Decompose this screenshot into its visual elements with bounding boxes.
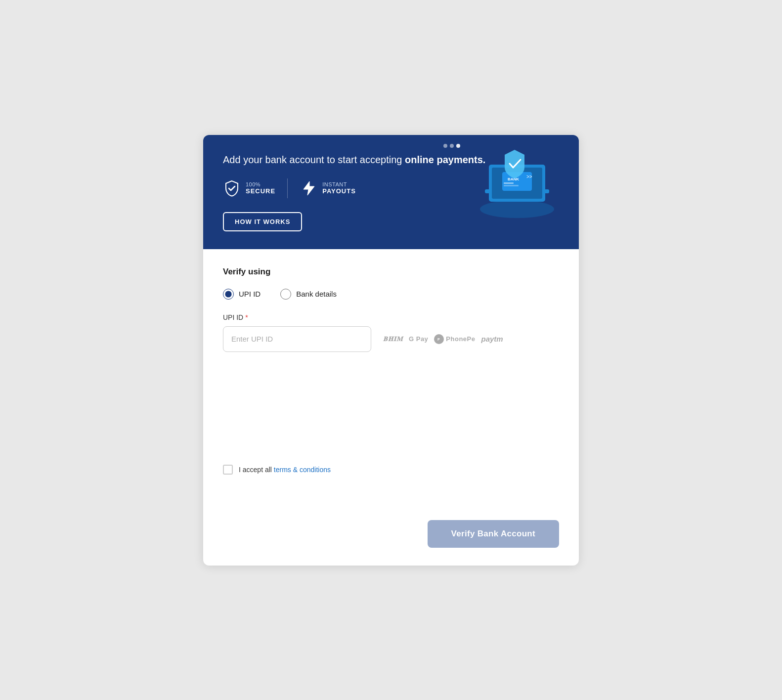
radio-option-bank[interactable]: Bank details [280, 289, 337, 300]
verify-using-label: Verify using [223, 267, 559, 277]
phonepe-text: PhonePe [446, 335, 475, 343]
upi-field-label: UPI ID * [223, 313, 559, 321]
banner-section: Add your bank account to start accepting… [203, 135, 579, 249]
dot-1 [443, 144, 447, 148]
banner-content: Add your bank account to start accepting… [223, 153, 559, 231]
upi-label-text: UPI ID [223, 313, 243, 321]
radio-group: UPI ID Bank details [223, 289, 559, 300]
feature-secure-text: 100% SECURE [246, 181, 275, 195]
verify-bank-account-button[interactable]: Verify Bank Account [428, 520, 559, 548]
phonepe-circle-icon: P [434, 334, 444, 344]
phonepe-icon-svg: P [435, 336, 442, 343]
radio-upi-input[interactable] [223, 289, 234, 300]
banner-headline: Add your bank account to start accepting… [223, 153, 559, 167]
dot-3 [456, 144, 460, 148]
dots-decoration [443, 144, 460, 148]
feature-secure-line1: 100% [246, 181, 275, 187]
feature-secure-line2: SECURE [246, 187, 275, 195]
shield-check-icon [223, 179, 241, 197]
how-it-works-button[interactable]: HOW IT WORKS [223, 212, 302, 231]
feature-payouts-line2: PAYOUTS [322, 187, 356, 195]
content-spacer [223, 366, 559, 465]
payment-logos: 𝐁𝐇𝐈𝐌 G Pay P PhonePe paytm [383, 334, 503, 344]
paytm-logo: paytm [481, 335, 503, 343]
required-star: * [245, 313, 248, 321]
feature-payouts: INSTANT PAYOUTS [300, 179, 356, 197]
feature-secure: 100% SECURE [223, 179, 275, 197]
radio-option-upi[interactable]: UPI ID [223, 289, 261, 300]
terms-checkbox[interactable] [223, 465, 233, 475]
banner-features: 100% SECURE INSTANT PAYOUTS [223, 178, 559, 198]
radio-bank-label: Bank details [296, 290, 337, 298]
svg-text:P: P [437, 338, 440, 341]
banner-headline-text: Add your bank account to start accepting [223, 154, 405, 165]
phonepe-logo: P PhonePe [434, 334, 475, 344]
bhim-logo: 𝐁𝐇𝐈𝐌 [383, 335, 403, 343]
features-divider [287, 178, 288, 198]
dot-2 [450, 144, 454, 148]
bottom-bar: Verify Bank Account [203, 510, 579, 566]
lightning-icon [300, 179, 317, 197]
main-card: Add your bank account to start accepting… [203, 135, 579, 566]
terms-prefix-text: I accept all [239, 466, 274, 474]
terms-row: I accept all terms & conditions [223, 465, 559, 475]
terms-link[interactable]: terms & conditions [274, 466, 331, 474]
feature-payouts-line1: INSTANT [322, 181, 356, 187]
form-section: Verify using UPI ID Bank details UPI ID … [203, 249, 579, 510]
banner-headline-bold: online payments. [405, 154, 485, 165]
radio-upi-label: UPI ID [239, 290, 261, 298]
radio-bank-input[interactable] [280, 289, 291, 300]
feature-payouts-text: INSTANT PAYOUTS [322, 181, 356, 195]
upi-input-row: 𝐁𝐇𝐈𝐌 G Pay P PhonePe paytm [223, 326, 559, 352]
gpay-logo: G Pay [409, 335, 428, 343]
upi-input[interactable] [223, 326, 371, 352]
terms-text: I accept all terms & conditions [239, 466, 331, 474]
